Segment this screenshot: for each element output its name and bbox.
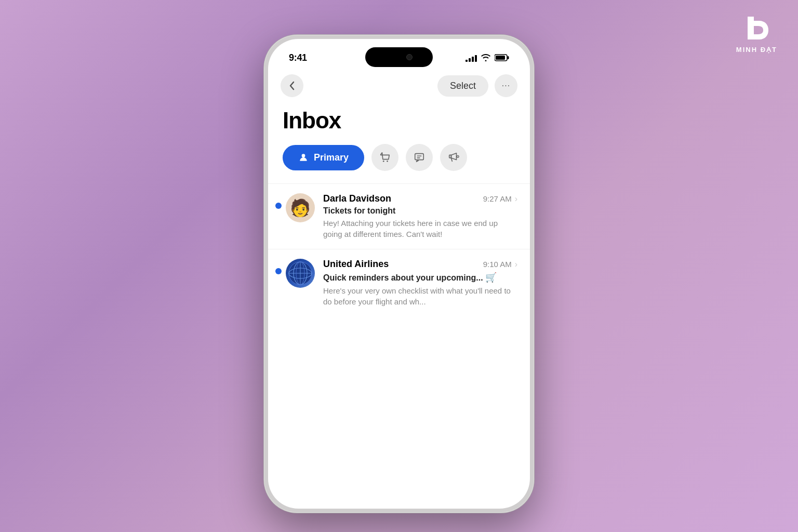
svg-point-5 bbox=[387, 161, 388, 162]
tab-promotions[interactable] bbox=[440, 144, 467, 171]
status-time: 9:41 bbox=[289, 52, 307, 63]
unread-indicator-1 bbox=[275, 203, 282, 209]
phone-outer: 9:41 bbox=[264, 35, 534, 513]
united-globe bbox=[286, 259, 315, 288]
more-dots: ··· bbox=[502, 81, 510, 90]
email-item-united[interactable]: United Airlines 9:10 AM › Quick reminder… bbox=[268, 249, 530, 316]
more-button[interactable]: ··· bbox=[495, 74, 517, 97]
email-preview-darla: Hey! Attaching your tickets here in case… bbox=[323, 218, 517, 240]
brand-name: MINH ĐẠT bbox=[736, 46, 777, 54]
email-header-united: United Airlines 9:10 AM › bbox=[323, 259, 517, 270]
email-header-darla: Darla Davidson 9:27 AM › bbox=[323, 193, 517, 204]
email-content-united: United Airlines 9:10 AM › Quick reminder… bbox=[323, 259, 517, 307]
email-item-darla[interactable]: 🧑 Darla Davidson 9:27 AM › Tickets for t… bbox=[268, 183, 530, 249]
signal-bar-3 bbox=[472, 57, 474, 62]
tab-shopping[interactable] bbox=[371, 144, 398, 171]
battery-icon bbox=[495, 54, 509, 61]
dynamic-island bbox=[365, 47, 433, 67]
person-icon bbox=[298, 152, 309, 163]
back-button[interactable] bbox=[281, 74, 303, 97]
brand-icon bbox=[743, 12, 769, 44]
tab-primary[interactable]: Primary bbox=[283, 145, 364, 170]
chevron-darla: › bbox=[515, 194, 517, 204]
brand-logo: MINH ĐẠT bbox=[736, 12, 777, 54]
sender-name-darla: Darla Davidson bbox=[323, 193, 391, 204]
svg-rect-1 bbox=[508, 56, 509, 59]
svg-point-3 bbox=[302, 154, 305, 157]
signal-icon bbox=[466, 54, 477, 62]
status-icons bbox=[466, 54, 509, 62]
page-title: Inbox bbox=[268, 103, 530, 144]
email-time-united: 9:10 AM bbox=[483, 260, 512, 269]
avatar-darla: 🧑 bbox=[286, 193, 315, 222]
signal-bar-2 bbox=[469, 58, 471, 62]
email-subject-united: Quick reminders about your upcoming... 🛒 bbox=[323, 272, 517, 283]
svg-rect-9 bbox=[449, 155, 451, 158]
camera-dot bbox=[406, 54, 413, 60]
email-meta-darla: 9:27 AM › bbox=[483, 194, 517, 204]
chat-icon bbox=[414, 152, 425, 163]
megaphone-icon bbox=[448, 152, 459, 163]
svg-point-10 bbox=[457, 155, 459, 157]
united-logo bbox=[288, 261, 313, 286]
tab-bar: Primary bbox=[268, 144, 530, 183]
back-icon bbox=[289, 81, 295, 90]
tab-social[interactable] bbox=[406, 144, 433, 171]
email-preview-united: Here's your very own checklist with what… bbox=[323, 285, 517, 307]
signal-bar-4 bbox=[475, 55, 477, 62]
chevron-united: › bbox=[515, 260, 517, 269]
avatar-united bbox=[286, 259, 315, 288]
email-time-darla: 9:27 AM bbox=[483, 194, 512, 203]
wifi-icon bbox=[481, 54, 490, 61]
svg-rect-2 bbox=[496, 56, 505, 60]
nav-bar: Select ··· bbox=[268, 68, 530, 103]
cart-badge-united: 🛒 bbox=[485, 272, 497, 283]
sender-name-united: United Airlines bbox=[323, 259, 389, 270]
svg-point-4 bbox=[383, 161, 384, 162]
signal-bar-1 bbox=[466, 60, 468, 62]
unread-indicator-2 bbox=[275, 268, 282, 274]
email-meta-united: 9:10 AM › bbox=[483, 260, 517, 269]
phone-mockup: 9:41 bbox=[264, 35, 534, 513]
email-content-darla: Darla Davidson 9:27 AM › Tickets for ton… bbox=[323, 193, 517, 240]
email-subject-darla: Tickets for tonight bbox=[323, 206, 517, 216]
select-button[interactable]: Select bbox=[437, 75, 488, 97]
nav-right-buttons: Select ··· bbox=[437, 74, 517, 97]
tab-primary-label: Primary bbox=[314, 152, 349, 163]
phone-screen: 9:41 bbox=[268, 39, 530, 509]
cart-icon bbox=[379, 152, 391, 163]
email-list: 🧑 Darla Davidson 9:27 AM › Tickets for t… bbox=[268, 183, 530, 316]
svg-rect-6 bbox=[415, 154, 424, 160]
